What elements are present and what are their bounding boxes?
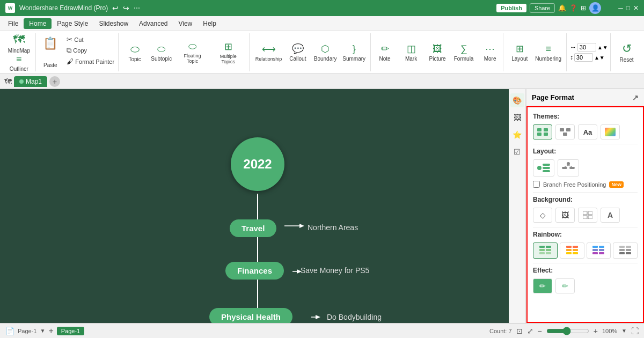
panel-icon-mark[interactable]: ⭐ — [510, 128, 524, 142]
width-unit: ▲▼ — [597, 45, 608, 50]
multiple-topics-button[interactable]: ⊞ Multiple Topics — [211, 39, 246, 66]
publish-button[interactable]: Publish — [496, 4, 526, 12]
panel-icon-image[interactable]: 🖼 — [510, 111, 524, 124]
format-painter-button[interactable]: 🖌 Format Painter — [64, 56, 116, 67]
menu-home[interactable]: Home — [24, 18, 52, 29]
summary-button[interactable]: } Summary — [341, 42, 368, 63]
expand-icon[interactable]: ⤢ — [527, 327, 533, 335]
bg-btn-fill[interactable]: ◇ — [533, 208, 552, 223]
theme-btn-font[interactable]: Aa — [578, 124, 597, 139]
layout-btn-2[interactable] — [558, 159, 579, 177]
canvas[interactable]: 2022 Travel Northern Areas Finances Save… — [0, 89, 509, 323]
svg-rect-32 — [539, 246, 545, 248]
panel-icon-task[interactable]: ☑ — [510, 145, 524, 159]
fullscreen-icon[interactable]: ⛶ — [631, 327, 639, 335]
menu-page-style[interactable]: Page Style — [52, 18, 93, 29]
physical-health-node[interactable]: Physical Health — [209, 308, 292, 323]
redo-icon[interactable]: ↪ — [123, 4, 129, 12]
title-bar-left: W Wondershare EdrawMind (Pro) ↩ ↪ ⋯ — [5, 3, 140, 13]
title-bar: W Wondershare EdrawMind (Pro) ↩ ↪ ⋯ Publ… — [0, 0, 644, 16]
tab-map1[interactable]: Map1 — [14, 76, 47, 87]
width-spinner[interactable] — [577, 43, 596, 52]
floating-topic-button[interactable]: ⬭ Floating Topic — [176, 39, 209, 65]
zoom-in-icon[interactable]: + — [594, 327, 598, 335]
paste-button[interactable]: 📋 Paste — [38, 34, 62, 70]
theme-btn-2[interactable] — [555, 124, 575, 139]
effect-btn-2[interactable]: ✏ — [555, 278, 575, 293]
zoom-slider[interactable] — [546, 327, 589, 335]
map-icon: 🗺 — [4, 77, 12, 86]
close-btn[interactable]: ✕ — [633, 4, 639, 12]
active-page-tab[interactable]: Page-1 — [57, 327, 84, 335]
formula-button[interactable]: ∑ Formula — [452, 42, 476, 63]
menu-file[interactable]: File — [3, 18, 24, 29]
apps-icon[interactable]: ⊞ — [581, 4, 586, 12]
cut-copy-group: ✂ Cut ⧉ Copy 🖌 Format Painter — [64, 34, 116, 70]
menu-view[interactable]: View — [173, 18, 197, 29]
more-button[interactable]: ⋯ More — [478, 41, 502, 63]
zoom-out-icon[interactable]: − — [538, 327, 542, 335]
svg-rect-33 — [539, 249, 545, 251]
copy-button[interactable]: ⧉ Copy — [64, 45, 116, 56]
effect-btn-1[interactable]: ✏ — [533, 278, 552, 293]
topic-button[interactable]: ⬭ Topic — [123, 41, 147, 64]
status-dropdown-arrow[interactable]: ▼ — [40, 328, 45, 334]
user-avatar[interactable]: 👤 — [589, 2, 601, 14]
layout-button[interactable]: ⊞ Layout — [508, 41, 532, 63]
subtopic-button[interactable]: ⬭ Subtopic — [149, 42, 174, 63]
help-icon[interactable]: ❓ — [569, 4, 577, 12]
add-page-button[interactable]: + — [48, 326, 53, 336]
numbering-button[interactable]: ≡ Numbering — [534, 42, 563, 63]
rainbow-btn-4[interactable] — [613, 243, 638, 259]
add-tab-button[interactable]: + — [49, 76, 60, 87]
travel-node[interactable]: Travel — [230, 219, 276, 237]
divider-3 — [533, 227, 638, 227]
theme-btn-color[interactable] — [601, 124, 620, 139]
branch-free-checkbox[interactable] — [533, 181, 540, 188]
svg-rect-29 — [588, 211, 592, 215]
physical-health-subtopic: Do Bodybuilding — [327, 313, 382, 321]
undo-icon[interactable]: ↩ — [112, 4, 119, 12]
fit-view-icon[interactable]: ⊡ — [516, 327, 523, 335]
outliner-button[interactable]: ≡ Outliner — [7, 52, 31, 74]
menu-slideshow[interactable]: Slideshow — [93, 18, 134, 29]
panel-icon-theme[interactable]: 🎨 — [510, 93, 524, 107]
bg-btn-grid[interactable] — [578, 208, 597, 223]
central-node[interactable]: 2022 — [231, 137, 284, 191]
svg-rect-28 — [583, 211, 587, 215]
bell-icon[interactable]: 🔔 — [558, 4, 566, 12]
bg-btn-image[interactable]: 🖼 — [555, 208, 575, 223]
rainbow-btn-3[interactable] — [587, 243, 611, 259]
rainbow-btn-1[interactable] — [533, 243, 558, 259]
mark-button[interactable]: ◫ Mark — [399, 41, 423, 63]
maximize-btn[interactable]: □ — [626, 4, 630, 12]
zoom-dropdown-arrow[interactable]: ▼ — [621, 328, 627, 334]
reset-button[interactable]: ↺ Reset — [614, 40, 639, 64]
finances-node[interactable]: Finances — [225, 262, 284, 280]
height-spinner[interactable] — [574, 53, 593, 62]
layout-btn-1[interactable] — [533, 159, 554, 177]
panel-close-button[interactable]: ↗ — [632, 93, 639, 102]
menu-advanced[interactable]: Advanced — [134, 18, 173, 29]
cut-button[interactable]: ✂ Cut — [64, 34, 116, 45]
svg-rect-30 — [583, 216, 587, 219]
share-button[interactable]: Share — [530, 3, 555, 13]
note-icon: ✏ — [381, 43, 389, 55]
bg-btn-text[interactable]: A — [601, 208, 620, 223]
boundary-button[interactable]: ⬡ Boundary — [312, 41, 339, 63]
effect-title: Effect: — [533, 267, 638, 274]
rainbow-btn-2[interactable] — [560, 243, 584, 259]
panel-main: Themes: Aa — [526, 106, 644, 323]
relationship-button[interactable]: ⟷ Relationship — [254, 42, 284, 63]
divider-1 — [533, 144, 638, 144]
picture-button[interactable]: 🖼 Picture — [426, 42, 450, 63]
svg-rect-38 — [566, 246, 572, 248]
cut-icon: ✂ — [67, 35, 72, 43]
minimize-btn[interactable]: ─ — [618, 4, 623, 12]
more-title-icon[interactable]: ⋯ — [134, 4, 140, 12]
note-button[interactable]: ✏ Note — [373, 41, 397, 63]
menu-help[interactable]: Help — [197, 18, 222, 29]
theme-btn-1[interactable] — [533, 124, 552, 139]
callout-button[interactable]: 💬 Callout — [286, 41, 310, 63]
branch-free-label[interactable]: Branch Free Positioning — [543, 181, 606, 188]
